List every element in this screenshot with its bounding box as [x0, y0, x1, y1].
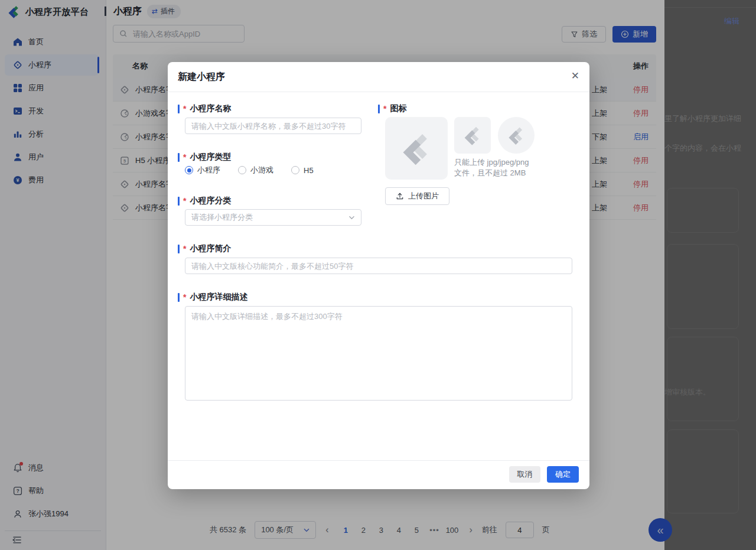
label-accent-bar: [178, 197, 180, 206]
type-radio-小游戏[interactable]: 小游戏: [238, 165, 273, 175]
radio-label: 小程序: [197, 165, 220, 175]
icon-field-label: *图标: [378, 103, 406, 114]
label-accent-bar: [178, 245, 180, 253]
mini-program-name-input[interactable]: [185, 118, 361, 134]
upload-hint: 只能上传 jpg/jpeg/png 文件，且不超过 2MB: [454, 157, 529, 178]
placeholder-logo-icon: [506, 125, 527, 146]
label-accent-bar: [178, 153, 180, 162]
close-icon[interactable]: ✕: [571, 70, 579, 82]
label-accent-bar: [178, 293, 180, 302]
modal-header-divider: [168, 92, 589, 92]
label-accent-bar: [378, 105, 380, 113]
new-mini-program-modal: 新建小程序 ✕ *小程序名称 *图标: [168, 62, 589, 489]
category-field-label: *小程序分类: [178, 196, 231, 206]
label-accent-bar: [178, 105, 180, 113]
placeholder-logo-icon: [461, 124, 484, 147]
radio-icon: [291, 166, 299, 174]
chevron-down-icon: [348, 216, 355, 220]
page: 小程序开放平台 首页小程序应用开发分析用户¥费用 消息?帮助张小强1994: [0, 0, 756, 550]
intro-input[interactable]: [185, 258, 572, 274]
type-radio-小程序[interactable]: 小程序: [185, 165, 220, 175]
placeholder-logo-icon: [397, 129, 435, 167]
confirm-button[interactable]: 确定: [547, 466, 579, 483]
modal-title: 新建小程序: [178, 71, 225, 83]
category-select[interactable]: 请选择小程序分类: [185, 209, 361, 226]
cancel-button[interactable]: 取消: [509, 466, 540, 483]
description-textarea[interactable]: [185, 306, 572, 401]
description-field-label: *小程序详细描述: [178, 292, 247, 302]
modal-footer-divider: [168, 460, 589, 461]
radio-icon: [185, 166, 193, 174]
upload-image-button[interactable]: 上传图片: [385, 187, 449, 205]
type-radio-group: 小程序小游戏H5: [185, 165, 314, 175]
type-field-label: *小程序类型: [178, 152, 231, 162]
upload-icon: [396, 192, 404, 200]
radio-label: 小游戏: [250, 165, 273, 175]
type-radio-H5[interactable]: H5: [291, 166, 314, 175]
icon-preview-small: [454, 117, 491, 154]
intro-field-label: *小程序简介: [178, 243, 231, 254]
radio-icon: [238, 166, 246, 174]
name-field-label: *小程序名称: [178, 103, 231, 114]
icon-preview-large: [385, 117, 448, 180]
icon-preview-round: [498, 117, 535, 154]
radio-label: H5: [304, 166, 314, 175]
